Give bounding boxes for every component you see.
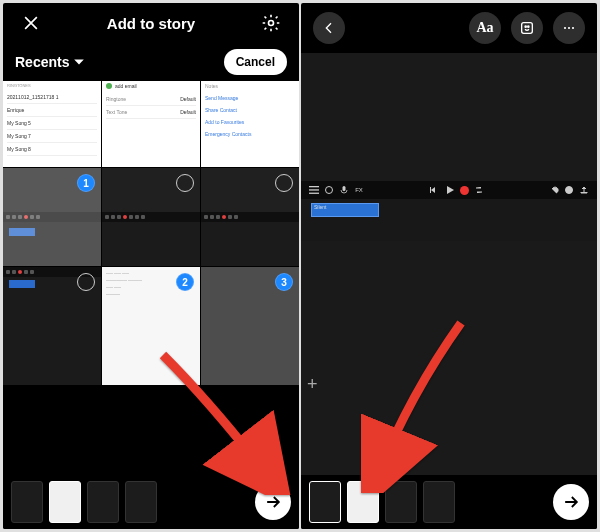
svg-point-2 xyxy=(525,26,526,27)
tray-thumb[interactable] xyxy=(87,481,119,523)
selection-badge: 2 xyxy=(176,273,194,291)
right-panel-story-editor: Aa FX xyxy=(301,3,597,529)
tray-thumb[interactable] xyxy=(11,481,43,523)
recents-label: Recents xyxy=(15,54,69,70)
grid-cell[interactable]: Notes Send Message Share Contact Add to … xyxy=(201,81,299,167)
tray-thumb[interactable] xyxy=(49,481,81,523)
share-icon xyxy=(579,185,589,195)
undo-icon xyxy=(549,185,559,195)
selection-badge-empty xyxy=(176,174,194,192)
add-track-button[interactable]: + xyxy=(307,374,318,395)
back-button[interactable] xyxy=(313,12,345,44)
grid-cell[interactable]: add email RingtoneDefault Text ToneDefau… xyxy=(102,81,200,167)
svg-rect-8 xyxy=(309,189,319,190)
tray-thumb[interactable] xyxy=(385,481,417,523)
svg-point-4 xyxy=(564,27,566,29)
selection-badge: 3 xyxy=(275,273,293,291)
selection-badge-empty xyxy=(275,174,293,192)
thumbnail-ringtone-list: RINGTONES 20211012_11521718 1 Enrique My… xyxy=(3,81,101,167)
dual-screenshot-container: Add to story Recents Cancel RINGTONES 20… xyxy=(0,0,600,532)
mic-icon xyxy=(339,185,349,195)
header: Add to story xyxy=(3,3,299,43)
tray-thumb[interactable] xyxy=(347,481,379,523)
grid-cell[interactable]: RINGTONES 20211012_11521718 1 Enrique My… xyxy=(3,81,101,167)
grid-cell[interactable]: 3 xyxy=(201,267,299,385)
editor-header: Aa xyxy=(301,3,597,53)
tray-thumb[interactable] xyxy=(423,481,455,523)
daw-track-area: Silent xyxy=(301,199,597,241)
text-tool-button[interactable]: Aa xyxy=(469,12,501,44)
thumbnail-contact-links: Notes Send Message Share Contact Add to … xyxy=(201,81,299,167)
chevron-left-icon xyxy=(321,20,337,36)
loop-icon xyxy=(474,185,484,195)
dots-icon xyxy=(561,20,577,36)
svg-point-6 xyxy=(572,27,574,29)
story-pages-tray xyxy=(301,475,597,529)
header-title: Add to story xyxy=(107,15,195,32)
subheader: Recents Cancel xyxy=(3,43,299,81)
editor-stage[interactable]: FX Silent + xyxy=(301,53,597,475)
left-panel-add-to-story: Add to story Recents Cancel RINGTONES 20… xyxy=(3,3,299,529)
more-button[interactable] xyxy=(553,12,585,44)
tray-thumb[interactable] xyxy=(125,481,157,523)
daw-toolbar: FX xyxy=(301,181,597,199)
grid-cell[interactable] xyxy=(3,267,101,385)
arrow-right-icon xyxy=(561,492,581,512)
thumbnail-contact-ringtone: add email RingtoneDefault Text ToneDefau… xyxy=(102,81,200,167)
svg-rect-7 xyxy=(309,186,319,187)
next-button[interactable] xyxy=(255,484,291,520)
svg-rect-12 xyxy=(430,187,431,193)
chevron-down-icon xyxy=(73,56,85,68)
stage-daw-preview: FX Silent xyxy=(301,181,597,241)
media-grid: RINGTONES 20211012_11521718 1 Enrique My… xyxy=(3,81,299,385)
svg-point-3 xyxy=(528,26,529,27)
selection-badge-empty xyxy=(77,273,95,291)
audio-clip: Silent xyxy=(311,203,379,217)
grid-cell[interactable] xyxy=(102,168,200,266)
recents-dropdown[interactable]: Recents xyxy=(15,54,85,70)
settings-icon[interactable] xyxy=(257,9,285,37)
svg-rect-11 xyxy=(343,186,346,191)
arrow-right-icon xyxy=(263,492,283,512)
next-button[interactable] xyxy=(553,484,589,520)
close-icon[interactable] xyxy=(17,9,45,37)
svg-point-10 xyxy=(326,187,333,194)
svg-point-5 xyxy=(568,27,570,29)
play-icon xyxy=(445,185,455,195)
grid-cell[interactable]: 1 xyxy=(3,168,101,266)
svg-rect-9 xyxy=(309,193,319,194)
fx-label: FX xyxy=(354,185,364,195)
selection-badge: 1 xyxy=(77,174,95,192)
rec-arm-icon xyxy=(324,185,334,195)
rewind-icon xyxy=(430,185,440,195)
selection-tray xyxy=(3,475,299,529)
record-icon xyxy=(460,186,469,195)
grid-cell[interactable]: —— —— —— —————— ———— —— —— ———— 2 xyxy=(102,267,200,385)
tray-thumb[interactable] xyxy=(309,481,341,523)
plus-icon xyxy=(106,83,112,89)
sticker-icon xyxy=(519,20,535,36)
svg-point-0 xyxy=(269,21,274,26)
text-tool-label: Aa xyxy=(476,20,493,36)
cancel-button[interactable]: Cancel xyxy=(224,49,287,75)
sticker-button[interactable] xyxy=(511,12,543,44)
grid-cell[interactable] xyxy=(201,168,299,266)
clock-icon xyxy=(564,185,574,195)
svg-rect-1 xyxy=(522,23,533,34)
menu-icon xyxy=(309,185,319,195)
